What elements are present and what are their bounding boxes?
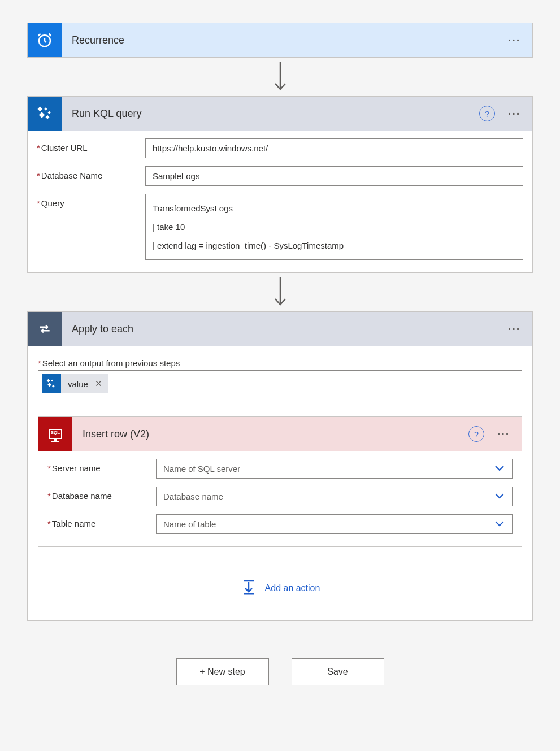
- svg-text:SQL: SQL: [51, 430, 60, 435]
- table-name-label: *Table name: [47, 514, 156, 528]
- svg-rect-1: [37, 106, 42, 111]
- kql-header[interactable]: Run KQL query ? ···: [28, 97, 532, 131]
- apply-to-each-card: Apply to each ··· *Select an output from…: [27, 311, 533, 621]
- table-name-select[interactable]: Name of table: [156, 514, 513, 534]
- svg-rect-4: [39, 112, 45, 118]
- svg-rect-9: [52, 385, 55, 388]
- chevron-down-icon: [494, 519, 505, 529]
- kql-title: Run KQL query: [62, 108, 479, 120]
- database-name-label: *Database name: [47, 487, 156, 501]
- add-action-label: Add an action: [265, 583, 320, 593]
- cluster-url-input[interactable]: [145, 138, 523, 158]
- server-name-label: *Server name: [47, 459, 156, 473]
- sql-icon: SQL: [38, 417, 72, 451]
- connector-arrow: [27, 58, 533, 96]
- more-icon[interactable]: ···: [504, 319, 524, 339]
- cluster-url-label: *Cluster URL: [37, 138, 145, 153]
- value-token: value ✕: [42, 374, 108, 393]
- insert-header[interactable]: SQL Insert row (V2) ? ···: [38, 417, 522, 451]
- add-action-button[interactable]: Add an action: [38, 579, 522, 598]
- database-name-label: *Database Name: [37, 166, 145, 180]
- svg-rect-12: [54, 439, 57, 441]
- svg-rect-5: [45, 115, 49, 119]
- database-name-input[interactable]: [145, 166, 523, 186]
- more-icon[interactable]: ···: [504, 103, 524, 124]
- insert-step-icon: [240, 579, 257, 598]
- help-icon[interactable]: ?: [468, 426, 484, 442]
- apply-body: *Select an output from previous steps va…: [28, 346, 532, 620]
- query-input[interactable]: TransformedSysLogs | take 10 | extend la…: [145, 194, 523, 260]
- clock-icon: [28, 23, 62, 57]
- token-label: value: [61, 379, 93, 389]
- kql-card: Run KQL query ? ··· *Cluster URL *Databa…: [27, 96, 533, 273]
- recurrence-header[interactable]: Recurrence ···: [28, 23, 532, 57]
- chevron-down-icon: [494, 464, 505, 474]
- select-output-input[interactable]: value ✕: [38, 370, 522, 397]
- more-icon[interactable]: ···: [504, 30, 524, 50]
- svg-rect-8: [47, 383, 51, 387]
- connector-arrow: [27, 273, 533, 311]
- recurrence-title: Recurrence: [62, 34, 504, 46]
- select-output-label: *Select an output from previous steps: [38, 358, 522, 368]
- footer-buttons: + New step Save: [27, 658, 533, 685]
- chevron-down-icon: [494, 492, 505, 501]
- insert-body: *Server name Name of SQL server *Databas…: [38, 451, 522, 546]
- apply-header[interactable]: Apply to each ···: [28, 312, 532, 346]
- recurrence-card: Recurrence ···: [27, 23, 533, 58]
- loop-icon: [28, 312, 62, 346]
- svg-rect-3: [47, 111, 50, 114]
- new-step-button[interactable]: + New step: [176, 658, 269, 685]
- svg-rect-13: [51, 441, 59, 442]
- save-button[interactable]: Save: [292, 658, 384, 685]
- more-icon[interactable]: ···: [493, 424, 514, 444]
- query-label: *Query: [37, 194, 145, 208]
- server-name-select[interactable]: Name of SQL server: [156, 459, 513, 479]
- database-name-select[interactable]: Database name: [156, 487, 513, 506]
- remove-token-icon[interactable]: ✕: [93, 379, 108, 389]
- kusto-icon: [28, 97, 62, 131]
- insert-title: Insert row (V2): [72, 428, 468, 440]
- insert-row-card: SQL Insert row (V2) ? ··· *Server name N…: [38, 416, 522, 547]
- apply-title: Apply to each: [62, 323, 504, 335]
- kusto-icon: [42, 374, 61, 393]
- kql-body: *Cluster URL *Database Name *Query Trans…: [28, 131, 532, 272]
- svg-rect-6: [47, 379, 50, 383]
- svg-rect-2: [44, 107, 47, 110]
- help-icon[interactable]: ?: [479, 106, 495, 121]
- svg-rect-7: [51, 380, 53, 382]
